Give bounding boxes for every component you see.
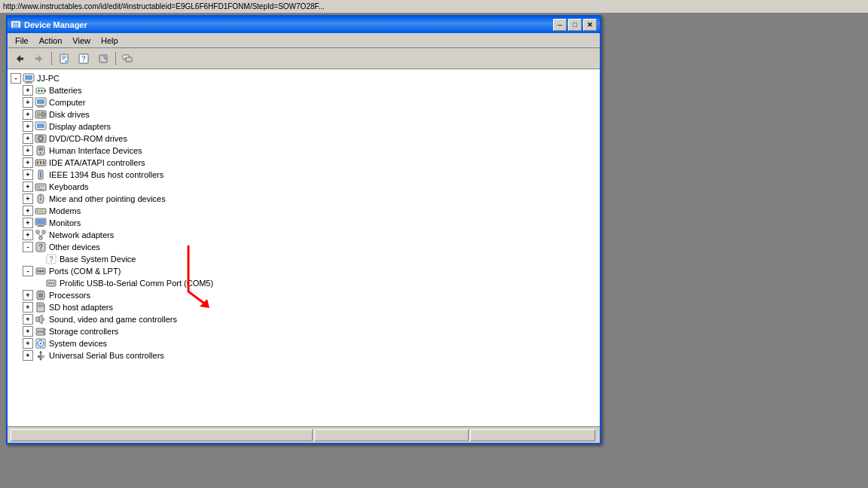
expand-icon-ieee[interactable]: + (23, 169, 33, 180)
svg-point-102 (43, 329, 44, 331)
expand-icon-sound[interactable]: + (23, 314, 33, 325)
keyboards-label: Keyboards (49, 182, 89, 191)
tree-item-display[interactable]: + Display adapters (8, 120, 600, 133)
back-button[interactable] (11, 50, 29, 67)
computer-icon (23, 72, 35, 84)
tree-item-ports[interactable]: - Ports (COM & LPT) (8, 265, 600, 277)
monitor-icon (35, 217, 47, 229)
tree-item-storage[interactable]: + Storage controllers (8, 325, 600, 337)
expand-icon-mice[interactable]: + (23, 194, 33, 204)
expand-icon-system[interactable]: + (23, 338, 33, 349)
display-icon (35, 120, 47, 133)
status-bar (8, 426, 600, 443)
menu-action[interactable]: Action (35, 35, 67, 47)
svg-rect-49 (43, 161, 44, 164)
expand-icon-other[interactable]: - (23, 242, 33, 252)
menu-view[interactable]: View (68, 35, 95, 47)
tree-item-hid[interactable]: + Human Interface Devices (8, 145, 600, 157)
help-button[interactable]: ? (75, 50, 93, 67)
expand-icon-modems[interactable]: + (23, 206, 33, 216)
tree-item-usb[interactable]: + Universal Serial Bus controllers (8, 349, 600, 361)
keyboard-icon (35, 181, 47, 193)
svg-rect-70 (38, 226, 44, 227)
svg-point-62 (40, 199, 42, 201)
tree-item-ieee[interactable]: + IEEE 1394 Bus host controllers (8, 169, 600, 181)
svg-point-106 (40, 343, 42, 345)
expand-icon-dvd[interactable]: + (23, 133, 33, 144)
expand-icon-sd[interactable]: + (23, 302, 33, 313)
svg-rect-38 (37, 124, 44, 128)
expand-icon-usb[interactable]: + (23, 350, 33, 361)
ports-icon (35, 265, 47, 277)
menu-bar: File Action View Help (8, 33, 600, 48)
tree-item-network[interactable]: + Network adapters (8, 229, 600, 241)
svg-point-113 (40, 358, 42, 361)
prolific-icon (45, 277, 57, 289)
tree-item-processors[interactable]: + Processors (8, 289, 600, 301)
tree-item-mice[interactable]: + Mice and other pointing devices (8, 193, 600, 205)
update-button[interactable]: ⚙ (119, 50, 137, 67)
svg-text:?: ? (81, 55, 86, 63)
close-button[interactable]: ✕ (583, 19, 597, 31)
storage-label: Storage controllers (49, 327, 118, 336)
expand-icon-network[interactable]: + (23, 230, 33, 240)
tree-item-other[interactable]: - ? Other devices (8, 241, 600, 253)
back-icon (14, 53, 25, 64)
tree-item-ide[interactable]: + IDE ATA/ATAPI controllers (8, 157, 600, 169)
menu-help[interactable]: Help (96, 35, 123, 47)
tree-item-computer[interactable]: + Computer (8, 96, 600, 108)
expand-icon-computer[interactable]: + (23, 97, 33, 108)
device-manager-window: Device Manager ─ □ ✕ File Action View He… (6, 15, 601, 444)
toolbar-separator-1 (51, 52, 52, 66)
maximize-button[interactable]: □ (568, 19, 582, 31)
svg-rect-57 (37, 188, 38, 189)
help-icon: ? (78, 53, 89, 64)
other-label: Other devices (49, 242, 100, 252)
menu-file[interactable]: File (11, 35, 33, 47)
expand-icon-processors[interactable]: + (23, 290, 33, 300)
mouse-icon (35, 193, 47, 205)
forward-button[interactable] (30, 50, 48, 67)
tree-item-sd[interactable]: + SD host adapters (8, 301, 600, 313)
forward-icon (34, 53, 44, 64)
svg-rect-19 (126, 57, 132, 62)
expand-icon-hid[interactable]: + (23, 145, 33, 156)
processor-icon (35, 289, 47, 301)
expand-icon-batteries[interactable]: + (23, 85, 33, 96)
tree-item-disk-drives[interactable]: + Disk drives (8, 108, 600, 120)
tree-item-prolific[interactable]: Prolific USB-to-Serial Comm Port (COM5) (8, 277, 600, 289)
expand-icon-keyboards[interactable]: + (23, 181, 33, 192)
toolbar: ? ? ⚙ (8, 48, 600, 69)
computer-label: Computer (49, 98, 85, 107)
expand-icon-monitors[interactable]: + (23, 218, 33, 228)
scan-button[interactable] (94, 50, 112, 67)
modem-icon (35, 205, 47, 217)
tree-item-batteries[interactable]: + Batteries (8, 84, 600, 96)
expand-icon-display[interactable]: + (23, 121, 33, 132)
svg-line-74 (38, 233, 41, 236)
expand-icon-root[interactable]: - (11, 73, 21, 84)
monitors-label: Monitors (49, 218, 81, 227)
batteries-label: Batteries (49, 86, 81, 95)
tree-item-monitors[interactable]: + Monitors (8, 217, 600, 229)
tree-item-system[interactable]: + System devices (8, 337, 600, 349)
expand-icon-storage[interactable]: + (23, 326, 33, 337)
tree-item-keyboards[interactable]: + Keyboards (8, 181, 600, 193)
expand-icon-ports[interactable]: - (23, 266, 33, 276)
expand-icon-disk[interactable]: + (23, 109, 33, 120)
tree-item-modems[interactable]: + Modems (8, 205, 600, 217)
tree-item-base-system[interactable]: ? Base System Device (8, 253, 600, 265)
tree-item-sound[interactable]: + Sound, video and game controllers (8, 313, 600, 325)
properties-button[interactable]: ? (55, 50, 73, 67)
svg-rect-34 (37, 112, 40, 117)
network-icon (35, 229, 47, 241)
browser-url: http://www.instructables.com/id/edit/#in… (3, 2, 325, 11)
device-tree[interactable]: - JJ-PC + (8, 69, 600, 426)
minimize-button[interactable]: ─ (553, 19, 567, 31)
tree-item-dvd[interactable]: + DVD/CD-ROM drives (8, 133, 600, 145)
svg-rect-96 (38, 304, 40, 307)
tree-item-root[interactable]: - JJ-PC (8, 72, 600, 84)
svg-rect-54 (39, 185, 41, 187)
expand-icon-ide[interactable]: + (23, 157, 33, 168)
computer-device-icon (35, 96, 47, 108)
